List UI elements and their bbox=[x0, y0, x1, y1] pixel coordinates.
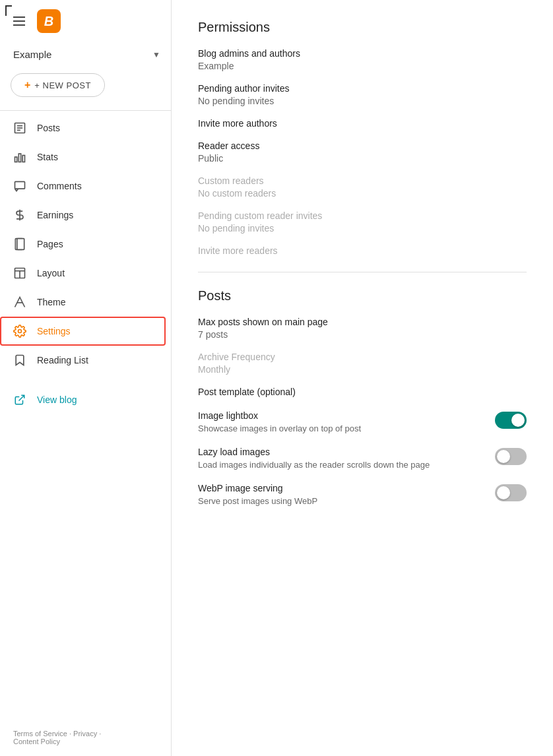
pending-invites-label: Pending author invites bbox=[198, 83, 527, 94]
sidebar-item-pages[interactable]: Pages bbox=[0, 230, 166, 259]
webp-toggle[interactable] bbox=[495, 484, 527, 501]
post-template-item[interactable]: Post template (optional) bbox=[198, 387, 527, 397]
blogger-logo: B bbox=[37, 9, 61, 33]
section-divider bbox=[198, 272, 527, 272]
sidebar-divider bbox=[0, 110, 171, 111]
max-posts-value: 7 posts bbox=[198, 329, 527, 340]
policy-link[interactable]: Content Policy bbox=[13, 738, 60, 745]
posts-icon bbox=[13, 121, 26, 135]
lazy-load-thumb bbox=[497, 450, 510, 463]
pending-custom-invites-value: No pending invites bbox=[198, 223, 527, 234]
sidebar-item-posts[interactable]: Posts bbox=[0, 113, 166, 142]
earnings-label: Earnings bbox=[37, 210, 73, 220]
lazy-load-row: Lazy load images Load images individuall… bbox=[198, 447, 527, 470]
invite-readers-item: Invite more readers bbox=[198, 245, 527, 256]
max-posts-item: Max posts shown on main page 7 posts bbox=[198, 317, 527, 340]
posts-title: Posts bbox=[198, 288, 527, 303]
pending-custom-invites-item: Pending custom reader invites No pending… bbox=[198, 210, 527, 234]
lazy-load-label: Lazy load images bbox=[198, 447, 484, 457]
pages-icon bbox=[13, 237, 26, 251]
custom-readers-label: Custom readers bbox=[198, 175, 527, 186]
webp-label: WebP image serving bbox=[198, 483, 484, 493]
custom-readers-value: No custom readers bbox=[198, 188, 527, 199]
blog-admins-item: Blog admins and authors Example bbox=[198, 48, 527, 71]
sidebar-item-comments[interactable]: Comments bbox=[0, 172, 166, 201]
webp-desc: Serve post images using WebP bbox=[198, 496, 449, 506]
svg-line-16 bbox=[19, 395, 24, 400]
svg-rect-6 bbox=[22, 156, 24, 162]
privacy-link[interactable]: Privacy bbox=[73, 730, 97, 738]
sidebar-item-theme[interactable]: Theme bbox=[0, 288, 166, 317]
blog-admins-value: Example bbox=[198, 61, 527, 71]
sidebar-item-stats[interactable]: Stats bbox=[0, 142, 166, 172]
svg-rect-7 bbox=[15, 181, 25, 189]
sidebar-header: B bbox=[0, 0, 171, 42]
blog-admins-label: Blog admins and authors bbox=[198, 48, 527, 59]
webp-thumb bbox=[497, 486, 510, 499]
post-template-label[interactable]: Post template (optional) bbox=[198, 387, 527, 397]
webp-track[interactable] bbox=[495, 484, 527, 501]
archive-freq-item: Archive Frequency Monthly bbox=[198, 352, 527, 375]
image-lightbox-row: Image lightbox Showcase images in overla… bbox=[198, 410, 527, 433]
sidebar-item-settings[interactable]: Settings bbox=[0, 317, 166, 346]
reading-list-label: Reading List bbox=[37, 355, 88, 365]
terms-link[interactable]: Terms of Service bbox=[13, 730, 67, 738]
new-post-button[interactable]: + + NEW POST bbox=[11, 73, 105, 97]
image-lightbox-desc: Showcase images in overlay on top of pos… bbox=[198, 424, 449, 433]
archive-freq-label: Archive Frequency bbox=[198, 352, 527, 362]
custom-readers-item: Custom readers No custom readers bbox=[198, 175, 527, 199]
webp-row: WebP image serving Serve post images usi… bbox=[198, 483, 527, 506]
earnings-icon bbox=[13, 208, 26, 222]
stats-label: Stats bbox=[37, 152, 58, 162]
invite-authors-item[interactable]: Invite more authors bbox=[198, 118, 527, 129]
sidebar-item-earnings[interactable]: Earnings bbox=[0, 201, 166, 230]
main-content: Permissions Blog admins and authors Exam… bbox=[172, 0, 553, 756]
reader-access-item: Reader access Public bbox=[198, 141, 527, 164]
image-lightbox-track[interactable] bbox=[495, 412, 527, 429]
svg-rect-5 bbox=[18, 154, 20, 162]
settings-icon bbox=[13, 325, 26, 338]
layout-label: Layout bbox=[37, 268, 65, 278]
pending-custom-invites-label: Pending custom reader invites bbox=[198, 210, 527, 221]
sidebar-item-reading-list[interactable]: Reading List bbox=[0, 346, 166, 375]
max-posts-label: Max posts shown on main page bbox=[198, 317, 527, 327]
stats-icon bbox=[13, 150, 26, 164]
reading-list-icon bbox=[13, 354, 26, 367]
image-lightbox-toggle[interactable] bbox=[495, 412, 527, 429]
image-lightbox-label: Image lightbox bbox=[198, 410, 484, 421]
theme-icon bbox=[13, 296, 26, 309]
sidebar: B Example ▼ + + NEW POST Posts Stats Com… bbox=[0, 0, 172, 756]
view-blog-label: View blog bbox=[37, 394, 77, 405]
image-lightbox-thumb bbox=[511, 414, 525, 427]
hamburger-menu-button[interactable] bbox=[11, 14, 28, 28]
lazy-load-desc: Load images individually as the reader s… bbox=[198, 460, 449, 470]
svg-rect-10 bbox=[17, 239, 24, 250]
reader-access-label: Reader access bbox=[198, 141, 527, 151]
blog-selector[interactable]: Example ▼ bbox=[0, 42, 171, 67]
archive-freq-value: Monthly bbox=[198, 364, 527, 375]
sidebar-item-layout[interactable]: Layout bbox=[0, 259, 166, 288]
layout-icon bbox=[13, 267, 26, 280]
comments-icon bbox=[13, 179, 26, 193]
invite-authors-label[interactable]: Invite more authors bbox=[198, 118, 527, 129]
view-blog-button[interactable]: View blog bbox=[0, 385, 171, 414]
pending-invites-value: No pending invites bbox=[198, 96, 527, 106]
permissions-title: Permissions bbox=[198, 20, 527, 35]
svg-point-15 bbox=[18, 330, 22, 333]
sidebar-footer: Terms of Service · Privacy · Content Pol… bbox=[0, 719, 171, 756]
comments-label: Comments bbox=[37, 181, 82, 191]
posts-label: Posts bbox=[37, 123, 60, 133]
blog-name: Example bbox=[13, 49, 51, 60]
settings-label: Settings bbox=[37, 326, 71, 336]
pending-invites-item: Pending author invites No pending invite… bbox=[198, 83, 527, 106]
theme-label: Theme bbox=[37, 297, 66, 307]
external-link-icon bbox=[13, 393, 26, 406]
reader-access-value: Public bbox=[198, 153, 527, 164]
chevron-down-icon: ▼ bbox=[152, 50, 160, 59]
pages-label: Pages bbox=[37, 239, 63, 249]
invite-readers-label: Invite more readers bbox=[198, 245, 527, 256]
lazy-load-toggle[interactable] bbox=[495, 448, 527, 465]
lazy-load-track[interactable] bbox=[495, 448, 527, 465]
svg-rect-4 bbox=[15, 157, 17, 162]
